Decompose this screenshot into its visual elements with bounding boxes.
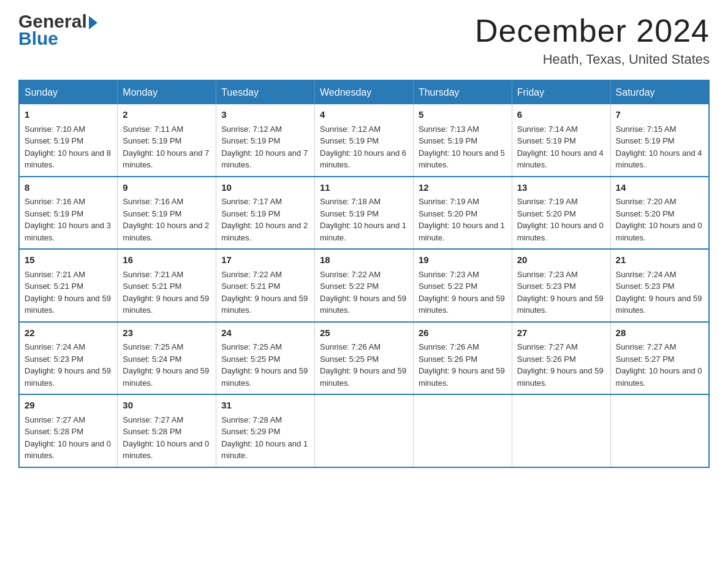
sunset-label: Sunset: 5:25 PM — [320, 354, 379, 364]
calendar-day: 2 Sunrise: 7:11 AM Sunset: 5:19 PM Dayli… — [118, 104, 216, 177]
col-sunday: Sunday — [19, 80, 118, 104]
col-wednesday: Wednesday — [315, 80, 414, 104]
sunset-label: Sunset: 5:19 PM — [616, 136, 675, 145]
day-number: 21 — [616, 253, 703, 267]
sunset-label: Sunset: 5:23 PM — [616, 282, 675, 291]
day-number: 4 — [320, 108, 408, 122]
daylight-label: Daylight: 10 hours and 1 minute. — [221, 439, 308, 461]
daylight-label: Daylight: 9 hours and 59 minutes. — [616, 294, 702, 315]
calendar-table: Sunday Monday Tuesday Wednesday Thursday… — [18, 80, 710, 468]
day-number: 5 — [419, 108, 507, 122]
day-number: 6 — [517, 108, 605, 122]
sunset-label: Sunset: 5:20 PM — [616, 209, 675, 218]
calendar-day: 7 Sunrise: 7:15 AM Sunset: 5:19 PM Dayli… — [610, 104, 709, 177]
col-friday: Friday — [512, 80, 610, 104]
day-number: 23 — [123, 326, 211, 340]
calendar-day: 5 Sunrise: 7:13 AM Sunset: 5:19 PM Dayli… — [413, 104, 512, 177]
sunrise-label: Sunrise: 7:19 AM — [419, 197, 479, 206]
calendar-day — [512, 394, 610, 467]
day-number: 27 — [517, 326, 605, 340]
day-number: 25 — [320, 326, 408, 340]
day-number: 28 — [616, 326, 703, 340]
sunrise-label: Sunrise: 7:24 AM — [616, 270, 677, 279]
calendar-day: 1 Sunrise: 7:10 AM Sunset: 5:19 PM Dayli… — [19, 104, 118, 177]
daylight-label: Daylight: 10 hours and 8 minutes. — [25, 148, 111, 170]
calendar-week-5: 29 Sunrise: 7:27 AM Sunset: 5:28 PM Dayl… — [19, 394, 709, 467]
sunrise-label: Sunrise: 7:14 AM — [517, 124, 578, 134]
sunrise-label: Sunrise: 7:17 AM — [221, 197, 282, 206]
sunset-label: Sunset: 5:19 PM — [123, 209, 181, 218]
sunset-label: Sunset: 5:23 PM — [517, 282, 576, 291]
col-saturday: Saturday — [610, 80, 709, 104]
calendar-day: 22 Sunrise: 7:24 AM Sunset: 5:23 PM Dayl… — [19, 322, 118, 395]
sunset-label: Sunset: 5:23 PM — [25, 354, 83, 364]
sunset-label: Sunset: 5:20 PM — [517, 209, 576, 218]
daylight-label: Daylight: 10 hours and 1 minute. — [419, 221, 505, 242]
sunrise-label: Sunrise: 7:25 AM — [221, 342, 282, 351]
daylight-label: Daylight: 10 hours and 5 minutes. — [419, 148, 505, 170]
calendar-day: 28 Sunrise: 7:27 AM Sunset: 5:27 PM Dayl… — [610, 322, 709, 395]
sunset-label: Sunset: 5:20 PM — [419, 209, 477, 218]
day-number: 14 — [616, 181, 703, 195]
day-number: 7 — [616, 108, 703, 122]
daylight-label: Daylight: 10 hours and 0 minutes. — [616, 366, 702, 388]
calendar-day: 14 Sunrise: 7:20 AM Sunset: 5:20 PM Dayl… — [610, 177, 709, 250]
sunrise-label: Sunrise: 7:27 AM — [517, 342, 578, 351]
sunrise-label: Sunrise: 7:24 AM — [25, 342, 85, 351]
day-number: 3 — [221, 108, 309, 122]
sunset-label: Sunset: 5:19 PM — [221, 209, 280, 218]
sunset-label: Sunset: 5:22 PM — [320, 282, 379, 291]
calendar-day: 9 Sunrise: 7:16 AM Sunset: 5:19 PM Dayli… — [118, 177, 216, 250]
sunset-label: Sunset: 5:25 PM — [221, 354, 280, 364]
calendar-week-1: 1 Sunrise: 7:10 AM Sunset: 5:19 PM Dayli… — [19, 104, 709, 177]
daylight-label: Daylight: 9 hours and 59 minutes. — [517, 366, 604, 388]
sunrise-label: Sunrise: 7:28 AM — [221, 415, 282, 424]
day-number: 29 — [25, 399, 112, 413]
sunset-label: Sunset: 5:19 PM — [517, 136, 576, 145]
sunrise-label: Sunrise: 7:27 AM — [123, 415, 183, 424]
sunrise-label: Sunrise: 7:25 AM — [123, 342, 183, 351]
day-number: 19 — [419, 253, 507, 267]
calendar-day: 15 Sunrise: 7:21 AM Sunset: 5:21 PM Dayl… — [19, 249, 118, 322]
sunrise-label: Sunrise: 7:23 AM — [419, 270, 479, 279]
calendar-day: 8 Sunrise: 7:16 AM Sunset: 5:19 PM Dayli… — [19, 177, 118, 250]
daylight-label: Daylight: 9 hours and 59 minutes. — [123, 366, 209, 388]
day-number: 8 — [25, 181, 112, 195]
day-number: 2 — [123, 108, 211, 122]
calendar-day: 19 Sunrise: 7:23 AM Sunset: 5:22 PM Dayl… — [413, 249, 512, 322]
calendar-day: 17 Sunrise: 7:22 AM Sunset: 5:21 PM Dayl… — [216, 249, 315, 322]
daylight-label: Daylight: 10 hours and 2 minutes. — [221, 221, 308, 242]
day-number: 10 — [221, 181, 309, 195]
day-number: 9 — [123, 181, 211, 195]
sunset-label: Sunset: 5:26 PM — [419, 354, 477, 364]
calendar-week-3: 15 Sunrise: 7:21 AM Sunset: 5:21 PM Dayl… — [19, 249, 709, 322]
daylight-label: Daylight: 10 hours and 0 minutes. — [517, 221, 604, 242]
sunset-label: Sunset: 5:19 PM — [25, 136, 83, 145]
day-number: 24 — [221, 326, 309, 340]
daylight-label: Daylight: 10 hours and 6 minutes. — [320, 148, 406, 170]
calendar-day: 24 Sunrise: 7:25 AM Sunset: 5:25 PM Dayl… — [216, 322, 315, 395]
title-section: December 2024 Heath, Texas, United State… — [475, 12, 710, 67]
calendar-day: 26 Sunrise: 7:26 AM Sunset: 5:26 PM Dayl… — [413, 322, 512, 395]
sunrise-label: Sunrise: 7:22 AM — [221, 270, 282, 279]
sunrise-label: Sunrise: 7:10 AM — [25, 124, 85, 134]
sunrise-label: Sunrise: 7:15 AM — [616, 124, 677, 134]
calendar-week-2: 8 Sunrise: 7:16 AM Sunset: 5:19 PM Dayli… — [19, 177, 709, 250]
sunrise-label: Sunrise: 7:26 AM — [419, 342, 479, 351]
sunset-label: Sunset: 5:21 PM — [123, 282, 181, 291]
daylight-label: Daylight: 9 hours and 59 minutes. — [320, 366, 406, 388]
sunrise-label: Sunrise: 7:27 AM — [616, 342, 677, 351]
calendar-day — [413, 394, 512, 467]
calendar-day: 30 Sunrise: 7:27 AM Sunset: 5:28 PM Dayl… — [118, 394, 216, 467]
sunrise-label: Sunrise: 7:21 AM — [123, 270, 183, 279]
day-number: 31 — [221, 399, 309, 413]
day-number: 13 — [517, 181, 605, 195]
location-subtitle: Heath, Texas, United States — [475, 52, 710, 67]
daylight-label: Daylight: 9 hours and 59 minutes. — [419, 294, 505, 315]
col-tuesday: Tuesday — [216, 80, 315, 104]
sunset-label: Sunset: 5:19 PM — [419, 136, 477, 145]
day-number: 20 — [517, 253, 605, 267]
sunrise-label: Sunrise: 7:16 AM — [25, 197, 85, 206]
day-number: 17 — [221, 253, 309, 267]
daylight-label: Daylight: 10 hours and 2 minutes. — [123, 221, 209, 242]
